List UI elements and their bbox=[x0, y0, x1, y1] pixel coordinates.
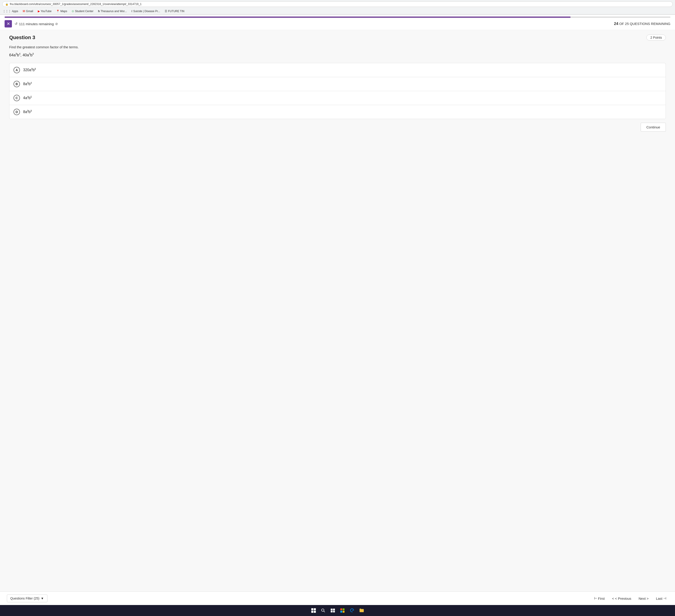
nav-buttons: ⊢ First < < Previous Next > Last ⊣ bbox=[592, 595, 668, 602]
first-label: First bbox=[598, 597, 605, 600]
svg-rect-7 bbox=[343, 608, 344, 610]
continue-area: Continue bbox=[9, 119, 666, 135]
last-button[interactable]: Last ⊣ bbox=[654, 595, 668, 602]
option-a-circle: A bbox=[13, 67, 20, 73]
bookmark-student-center[interactable]: ⊙ Student Center bbox=[71, 9, 94, 13]
bookmark-apps-label: Apps bbox=[12, 10, 18, 13]
timer-text-label: 111 minutes remaining bbox=[19, 22, 54, 26]
previous-label: < Previous bbox=[615, 597, 631, 600]
svg-line-1 bbox=[324, 611, 325, 612]
bookmark-youtube-label: YouTube bbox=[41, 10, 52, 13]
first-button[interactable]: ⊢ First bbox=[592, 595, 606, 602]
gmail-icon: M bbox=[23, 10, 25, 13]
quiz-header: ✕ ↺ 111 minutes remaining ⊘ 24 OF 25 QUE… bbox=[0, 18, 675, 30]
option-d-circle: D bbox=[13, 109, 20, 115]
option-b-text: 8a5b4 bbox=[23, 82, 32, 86]
svg-point-0 bbox=[321, 609, 324, 611]
quiz-header-left: ✕ ↺ 111 minutes remaining ⊘ bbox=[5, 20, 58, 27]
option-c-circle: C bbox=[13, 95, 20, 101]
first-icon: ⊢ bbox=[594, 596, 597, 600]
quiz-nav: Questions Filter (25) ▼ ⊢ First < < Prev… bbox=[0, 592, 675, 605]
svg-rect-2 bbox=[330, 609, 332, 611]
option-c[interactable]: C 4a4b5 bbox=[9, 91, 666, 105]
questions-filter-button[interactable]: Questions Filter (25) ▼ bbox=[7, 595, 48, 602]
next-label: Next bbox=[639, 597, 646, 600]
previous-button[interactable]: < < Previous bbox=[610, 595, 633, 602]
svg-rect-4 bbox=[330, 611, 332, 612]
option-a[interactable]: A 320a9b9 bbox=[9, 63, 666, 77]
last-label: Last bbox=[656, 597, 662, 600]
svg-rect-6 bbox=[340, 608, 342, 610]
taskbar-edge[interactable] bbox=[349, 607, 356, 614]
suicide-icon: ℓ bbox=[132, 10, 132, 13]
option-a-text: 320a9b9 bbox=[23, 68, 36, 72]
taskbar-store[interactable] bbox=[339, 607, 346, 614]
next-button[interactable]: Next > bbox=[637, 595, 651, 602]
next-chevron: > bbox=[647, 597, 649, 600]
points-badge: 2 Points bbox=[646, 34, 666, 40]
close-button[interactable]: ✕ bbox=[5, 20, 12, 27]
url-text: fnu.blackboard.com/ultra/courses/_30057_… bbox=[10, 3, 142, 6]
bookmark-gmail[interactable]: M Gmail bbox=[22, 9, 34, 13]
svg-rect-5 bbox=[333, 611, 334, 612]
question-header: Question 3 2 Points bbox=[9, 34, 666, 40]
future-tin-icon: ☰ bbox=[165, 10, 167, 13]
address-bar[interactable]: 🔒 fnu.blackboard.com/ultra/courses/_3005… bbox=[2, 1, 673, 7]
filter-label: Questions Filter (25) bbox=[10, 597, 40, 600]
option-d[interactable]: D 8a9b9 bbox=[9, 105, 666, 119]
page-wrapper: ✕ ↺ 111 minutes remaining ⊘ 24 OF 25 QUE… bbox=[0, 15, 675, 605]
taskbar-windows-button[interactable] bbox=[310, 607, 317, 614]
taskbar-search-button[interactable] bbox=[320, 607, 327, 614]
last-icon: ⊣ bbox=[663, 596, 666, 600]
browser-chrome: 🔒 fnu.blackboard.com/ultra/courses/_3005… bbox=[0, 0, 675, 15]
question-title: Question 3 bbox=[9, 34, 35, 40]
option-b-circle: B bbox=[13, 81, 20, 87]
bookmark-suicide-label: Suicide | Disease Pr... bbox=[133, 10, 160, 13]
thesaurus-icon: h bbox=[98, 10, 100, 13]
no-calculator-icon: ⊘ bbox=[55, 22, 58, 26]
timer-refresh-icon: ↺ bbox=[15, 22, 18, 26]
answer-options: A 320a9b9 B 8a5b4 C 4a4b5 D bbox=[9, 63, 666, 119]
option-b[interactable]: B 8a5b4 bbox=[9, 77, 666, 91]
apps-icon: ⋮⋮⋮ bbox=[3, 10, 11, 13]
bookmark-thesaurus-label: Thesaurus and Wor... bbox=[100, 10, 127, 13]
option-c-text: 4a4b5 bbox=[23, 96, 32, 100]
bookmark-youtube[interactable]: ▶ YouTube bbox=[37, 9, 53, 13]
bookmark-maps-label: Maps bbox=[61, 10, 67, 13]
youtube-icon: ▶ bbox=[38, 10, 40, 13]
svg-rect-8 bbox=[340, 611, 342, 613]
bookmark-student-center-label: Student Center bbox=[75, 10, 93, 13]
bookmark-gmail-label: Gmail bbox=[26, 10, 33, 13]
lock-icon: 🔒 bbox=[5, 3, 8, 6]
timer-display: ↺ 111 minutes remaining ⊘ bbox=[15, 22, 58, 26]
bookmark-future-tin-label: FUTURE TIN bbox=[168, 10, 184, 13]
taskbar-task-view[interactable] bbox=[329, 607, 336, 614]
svg-rect-3 bbox=[333, 609, 334, 611]
bookmark-future-tin[interactable]: ☰ FUTURE TIN bbox=[164, 9, 185, 13]
maps-icon: 📍 bbox=[56, 10, 60, 13]
timer-bar-container bbox=[0, 15, 675, 18]
previous-chevron: < bbox=[612, 597, 614, 600]
bookmark-apps[interactable]: ⋮⋮⋮ Apps bbox=[2, 9, 19, 13]
bookmark-suicide[interactable]: ℓ Suicide | Disease Pr... bbox=[131, 9, 161, 13]
bookmark-maps[interactable]: 📍 Maps bbox=[55, 9, 68, 13]
questions-remaining: 24 OF 25 QUESTIONS REMAINING bbox=[614, 21, 670, 26]
quiz-content: Question 3 2 Points Find the greatest co… bbox=[0, 30, 675, 592]
taskbar-file-explorer[interactable] bbox=[358, 607, 365, 614]
bookmarks-bar: ⋮⋮⋮ Apps M Gmail ▶ YouTube 📍 Maps ⊙ Stud… bbox=[0, 8, 675, 14]
question-expression: 64a9b4, 40a5b9 bbox=[9, 53, 666, 58]
option-d-text: 8a9b9 bbox=[23, 110, 32, 114]
filter-dropdown-icon: ▼ bbox=[41, 597, 44, 600]
taskbar bbox=[0, 605, 675, 616]
student-center-icon: ⊙ bbox=[72, 10, 74, 13]
svg-rect-9 bbox=[343, 611, 344, 613]
bookmark-thesaurus[interactable]: h Thesaurus and Wor... bbox=[97, 9, 128, 13]
questions-remaining-label: OF 25 QUESTIONS REMAINING bbox=[619, 22, 670, 26]
question-prompt: Find the greatest common factor of the t… bbox=[9, 45, 666, 49]
questions-current: 24 bbox=[614, 21, 618, 26]
continue-button[interactable]: Continue bbox=[641, 123, 666, 131]
